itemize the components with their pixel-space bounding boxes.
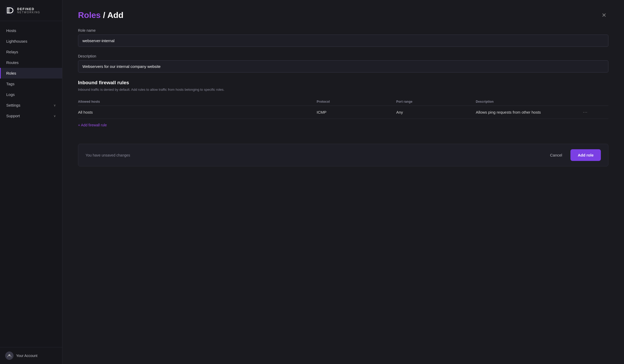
sidebar-item-label-logs: Logs (6, 92, 15, 97)
chevron-down-icon: ∨ (54, 114, 56, 118)
role-name-label: Role name (78, 28, 608, 32)
cell-row-menu[interactable]: ··· (582, 106, 608, 119)
sidebar-item-label-lighthouses: Lighthouses (6, 39, 27, 43)
role-name-section: Role name (78, 28, 608, 47)
chevron-down-icon: ∨ (54, 103, 56, 107)
table-body: All hostsICMPAnyAllows ping requests fro… (78, 106, 608, 119)
table-header: Allowed hostsProtocolPort rangeDescripti… (78, 98, 608, 106)
bottom-actions: Cancel Add role (545, 149, 601, 161)
row-menu-dots-icon[interactable]: ··· (582, 109, 589, 115)
svg-point-1 (9, 354, 10, 356)
user-icon (7, 354, 11, 358)
firewall-rules-table: Allowed hostsProtocolPort rangeDescripti… (78, 98, 608, 119)
add-firewall-rule-button[interactable]: + Add firewall rule (78, 119, 107, 131)
cell-description: Allows ping requests from other hosts (476, 106, 582, 119)
sidebar-item-support[interactable]: Support∨ (0, 110, 62, 121)
cell-protocol: ICMP (317, 106, 396, 119)
sidebar-item-label-routes: Routes (6, 60, 19, 65)
logo-text-block: DEFINED NETWORKING (17, 7, 40, 14)
col-header-actions (582, 98, 608, 106)
sidebar-item-lighthouses[interactable]: Lighthouses (0, 36, 62, 47)
table-row: All hostsICMPAnyAllows ping requests fro… (78, 106, 608, 119)
sidebar-item-label-roles: Roles (6, 71, 16, 75)
role-name-input[interactable] (78, 35, 608, 47)
col-header-protocol: Protocol (317, 98, 396, 106)
description-section: Description (78, 54, 608, 73)
sidebar-item-label-hosts: Hosts (6, 28, 16, 33)
sidebar-item-label-relays: Relays (6, 50, 18, 54)
col-header-allowed-hosts: Allowed hosts (78, 98, 317, 106)
firewall-title: Inbound firewall rules (78, 80, 608, 86)
description-label: Description (78, 54, 608, 58)
close-button[interactable]: ✕ (600, 11, 608, 19)
add-role-button[interactable]: Add role (570, 149, 601, 161)
sidebar-footer[interactable]: Your Account (0, 347, 62, 364)
page-title-prefix: Roles (78, 10, 101, 20)
logo-bottom: NETWORKING (17, 11, 40, 14)
table-header-row: Allowed hostsProtocolPort rangeDescripti… (78, 98, 608, 106)
firewall-subtitle: Inbound traffic is denied by default. Ad… (78, 88, 608, 92)
sidebar-nav: HostsLighthousesRelaysRoutesRolesTagsLog… (0, 21, 62, 347)
firewall-section: Inbound firewall rules Inbound traffic i… (78, 80, 608, 131)
main-content: Roles / Add ✕ Role name Description Inbo… (62, 0, 624, 364)
sidebar-item-label-support: Support (6, 114, 20, 118)
page-title-separator: / (101, 10, 107, 20)
page-title-suffix: Add (107, 10, 124, 20)
logo-top: DEFINED (17, 7, 40, 11)
col-header-description: Description (476, 98, 582, 106)
sidebar-item-tags[interactable]: Tags (0, 79, 62, 89)
avatar (5, 352, 14, 360)
page-header: Roles / Add ✕ (78, 10, 608, 20)
sidebar-item-label-settings: Settings (6, 103, 20, 107)
sidebar-item-label-tags: Tags (6, 82, 15, 86)
sidebar-item-routes[interactable]: Routes (0, 57, 62, 68)
bottom-bar: You have unsaved changes Cancel Add role (78, 144, 608, 166)
account-label: Your Account (16, 354, 37, 358)
sidebar-item-roles[interactable]: Roles (0, 68, 62, 79)
logo-icon (5, 6, 15, 15)
sidebar: DEFINED NETWORKING HostsLighthousesRelay… (0, 0, 62, 364)
col-header-port-range: Port range (396, 98, 476, 106)
cell-port-range: Any (396, 106, 476, 119)
unsaved-changes-text: You have unsaved changes (86, 153, 130, 157)
logo-area: DEFINED NETWORKING (0, 0, 62, 21)
cancel-button[interactable]: Cancel (545, 150, 567, 160)
description-input[interactable] (78, 60, 608, 73)
cell-allowed-hosts: All hosts (78, 106, 317, 119)
sidebar-item-hosts[interactable]: Hosts (0, 25, 62, 36)
sidebar-item-relays[interactable]: Relays (0, 47, 62, 57)
sidebar-item-logs[interactable]: Logs (0, 89, 62, 100)
page-title: Roles / Add (78, 10, 124, 20)
sidebar-item-settings[interactable]: Settings∨ (0, 100, 62, 110)
